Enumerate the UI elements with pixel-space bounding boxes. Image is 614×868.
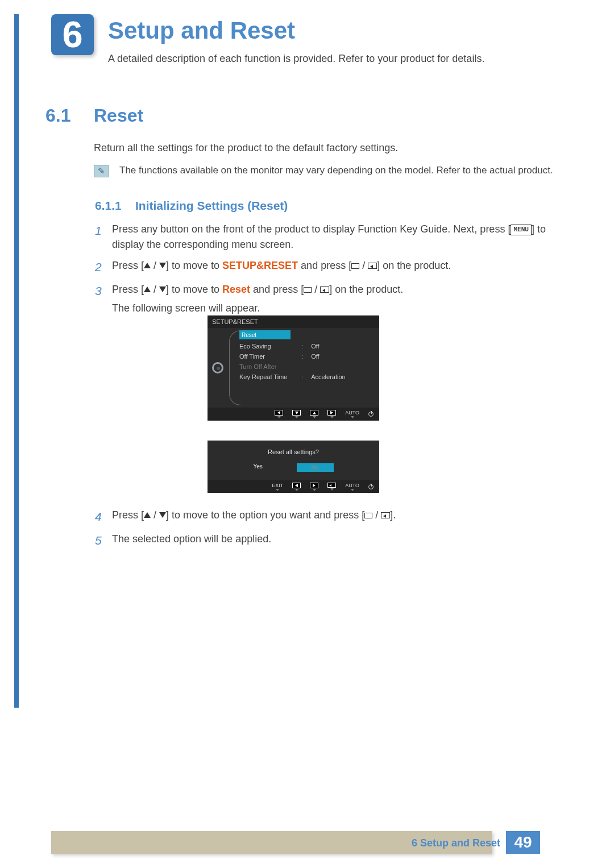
osd-nav-right (327, 410, 336, 418)
step-2: 2 Press [ / ] to move to SETUP&RESET and… (95, 258, 574, 276)
osd-exit-label: EXIT (272, 483, 283, 488)
step-number: 1 (95, 222, 112, 252)
osd-item-value: Off (311, 343, 319, 350)
page-title: Setup and Reset (108, 17, 295, 44)
note-icon: ✎ (94, 165, 109, 177)
step-text: Press [ (112, 260, 144, 271)
footer-chapter-label: 6 Setup and Reset (412, 837, 500, 849)
page-subtitle: A detailed description of each function … (108, 53, 484, 65)
step-target: SETUP&RESET (222, 260, 298, 271)
step-text: and press [ (298, 260, 351, 271)
power-icon (368, 484, 374, 489)
osd-item-label: Eco Saving (239, 343, 302, 350)
step-text: ] to move to (166, 260, 222, 271)
osd-nav-left (275, 410, 283, 418)
step-text: Press [ (112, 509, 144, 521)
osd-menu-item-selected: Reset (239, 330, 291, 339)
menu-button-label: MENU (511, 225, 532, 235)
enter-icon (327, 483, 336, 488)
osd-nav-auto: AUTO (345, 410, 359, 418)
subsection-number: 6.1.1 (95, 199, 122, 213)
osd-nav-enter (327, 483, 336, 491)
osd-menu-item: Off Timer: Off (239, 351, 375, 362)
osd-yes-option: Yes (253, 463, 262, 472)
osd-no-option-selected: No (297, 463, 334, 472)
osd-category-icon-column (208, 328, 228, 408)
step-target: Reset (222, 284, 250, 295)
step-number: 4 (95, 508, 112, 526)
osd-item-label: Reset (242, 332, 256, 338)
osd-menu-item: Turn Off After (239, 362, 375, 372)
enter-icon (368, 263, 377, 269)
section-title: Reset (94, 105, 143, 126)
source-icon (351, 263, 359, 269)
osd-nav-bar: AUTO (208, 408, 379, 421)
step-number: 2 (95, 258, 112, 276)
up-arrow-icon (144, 263, 151, 268)
osd-confirm-question: Reset all settings? (208, 441, 379, 455)
osd-nav-power (368, 412, 374, 417)
osd-item-label: Turn Off After (239, 363, 302, 370)
step-1: 1 Press any button on the front of the p… (95, 222, 574, 252)
step-5: 5 The selected option will be applied. (95, 531, 574, 550)
enter-icon (320, 286, 329, 293)
osd-item-value: Off (311, 353, 319, 360)
down-arrow-icon (159, 512, 166, 518)
section-number: 6.1 (45, 105, 70, 126)
footer-page-number: 49 (506, 831, 540, 854)
step-3: 3 Press [ / ] to move to Reset and press… (95, 282, 574, 316)
down-arrow-icon (159, 286, 166, 292)
osd-setup-reset-screenshot: SETUP&RESET Reset Eco Saving: Off Off Ti… (208, 315, 379, 421)
osd-nav-left (292, 483, 301, 491)
osd-auto-label: AUTO (345, 410, 359, 416)
osd-nav-power (368, 484, 374, 489)
osd-menu-list: Reset Eco Saving: Off Off Timer: Off Tur… (236, 328, 379, 408)
note-text: The functions available on the monitor m… (119, 165, 574, 176)
step-number: 3 (95, 282, 112, 316)
osd-arc-divider (228, 328, 236, 408)
step-text: Press [ (112, 284, 144, 295)
osd-auto-label: AUTO (345, 483, 359, 488)
step-4: 4 Press [ / ] to move to the option you … (95, 508, 574, 526)
step-text: ]. (390, 509, 396, 521)
steps-list: 1 Press any button on the front of the p… (95, 222, 574, 322)
osd-item-label: Key Repeat Time (239, 373, 302, 380)
osd-nav-auto: AUTO (345, 483, 359, 491)
osd-menu-item: Eco Saving: Off (239, 341, 375, 351)
step-text: ] to move to the option you want and pre… (166, 509, 364, 521)
step-text: and press [ (250, 284, 304, 295)
subsection-title: Initializing Settings (Reset) (135, 199, 288, 213)
step-text: ] to move to (166, 284, 222, 295)
left-accent-strip (14, 14, 19, 708)
source-icon (304, 287, 312, 293)
osd-title: SETUP&RESET (208, 315, 379, 328)
chapter-number-badge: 6 (51, 14, 94, 55)
down-arrow-icon (159, 263, 166, 268)
step-text: The selected option will be applied. (112, 531, 574, 550)
gear-icon (212, 362, 223, 373)
step-text: The following screen will appear. (112, 301, 574, 316)
osd-item-value: Acceleration (311, 373, 346, 380)
osd-reset-confirm-screenshot: Reset all settings? Yes No EXIT AUTO (208, 441, 379, 493)
up-arrow-icon (144, 512, 151, 518)
osd-nav-right (310, 483, 318, 491)
step-text: ] on the product. (329, 284, 403, 295)
power-icon (368, 412, 374, 417)
osd-nav-up (310, 410, 318, 418)
step-text: Press any button on the front of the pro… (112, 223, 511, 235)
osd-nav-bar: EXIT AUTO (208, 480, 379, 493)
steps-list-continued: 4 Press [ / ] to move to the option you … (95, 508, 574, 555)
step-text: ] on the product. (377, 260, 451, 271)
step-number: 5 (95, 531, 112, 550)
osd-item-label: Off Timer (239, 353, 302, 360)
osd-nav-down (292, 410, 301, 418)
up-arrow-icon (144, 286, 151, 292)
enter-icon (381, 512, 390, 518)
section-description: Return all the settings for the product … (94, 142, 398, 154)
source-icon (364, 513, 372, 518)
osd-nav-exit: EXIT (272, 483, 283, 491)
osd-menu-item: Key Repeat Time: Acceleration (239, 372, 375, 382)
